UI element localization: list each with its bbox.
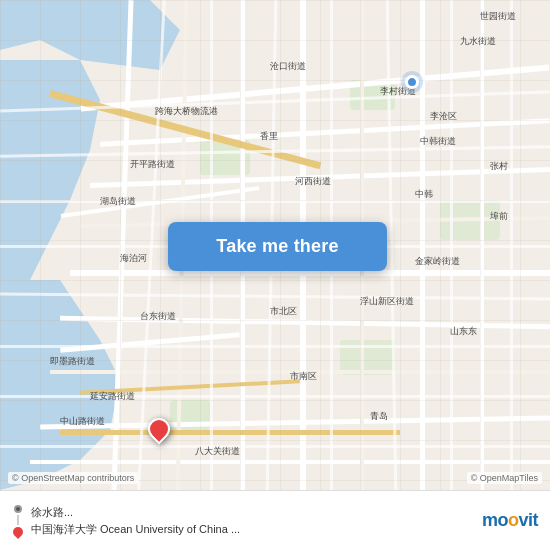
street-label: 世园街道	[480, 10, 516, 23]
moovit-logo: moovit	[482, 510, 538, 531]
street-label: 中韩	[415, 188, 433, 201]
street-label: 海泊河	[120, 252, 147, 265]
street-label: 河西街道	[295, 175, 331, 188]
origin-dot-icon	[14, 505, 22, 513]
street-label: 青岛	[370, 410, 388, 423]
street-label: 台东街道	[140, 310, 176, 323]
street-label: 开平路街道	[130, 158, 175, 171]
route-icons	[12, 505, 23, 537]
street-label: 湖岛街道	[100, 195, 136, 208]
moovit-logo-text: moovit	[482, 510, 538, 531]
street-label: 山东东	[450, 325, 477, 338]
street-label: 香里	[260, 130, 278, 143]
take-me-there-button[interactable]: Take me there	[168, 222, 387, 271]
street-label: 沧口街道	[270, 60, 306, 73]
street-label: 市南区	[290, 370, 317, 383]
street-label: 浮山新区街道	[360, 295, 414, 308]
road-fine-h3	[0, 200, 550, 203]
osm-attribution: © OpenStreetMap contributors	[8, 472, 138, 484]
street-label: 九水街道	[460, 35, 496, 48]
street-label: 中韩街道	[420, 135, 456, 148]
destination-text: 中国海洋大学 Ocean University of China ...	[31, 522, 474, 537]
street-label: 埠前	[490, 210, 508, 223]
destination-marker	[148, 418, 172, 448]
street-label: 八大关街道	[195, 445, 240, 458]
map-container[interactable]: 世园街道九水街道沧口街道李村街道李沧区中韩街道跨海大桥物流港香里张村开平路街道河…	[0, 0, 550, 490]
destination-pin-icon	[11, 524, 25, 538]
street-label: 李沧区	[430, 110, 457, 123]
street-label: 中山路街道	[60, 415, 105, 428]
road-fine-h8	[0, 445, 550, 448]
street-label: 金家岭街道	[415, 255, 460, 268]
road-fine-h7	[0, 395, 550, 398]
route-line-icon	[17, 515, 19, 525]
street-label: 市北区	[270, 305, 297, 318]
origin-text: 徐水路...	[31, 505, 474, 520]
road-fine-h6	[0, 345, 550, 348]
route-text-group: 徐水路... 中国海洋大学 Ocean University of China …	[31, 505, 474, 537]
street-label: 张村	[490, 160, 508, 173]
take-me-there-label: Take me there	[216, 236, 338, 257]
street-label: 跨海大桥物流港	[155, 105, 218, 118]
tiles-attribution: © OpenMapTiles	[467, 472, 542, 484]
road-h9	[30, 460, 550, 464]
current-location-dot	[405, 75, 419, 89]
road-extra-4	[60, 430, 400, 435]
street-label: 即墨路街道	[50, 355, 95, 368]
bottom-bar: 徐水路... 中国海洋大学 Ocean University of China …	[0, 490, 550, 550]
street-label: 延安路街道	[90, 390, 135, 403]
